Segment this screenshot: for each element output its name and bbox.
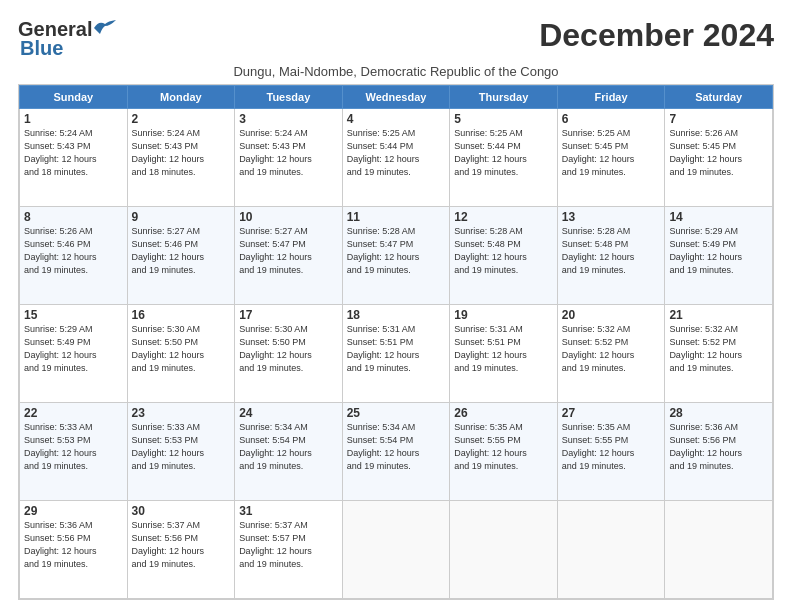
day-info-line: Sunrise: 5:26 AM [669, 127, 768, 140]
day-info: Sunrise: 5:34 AMSunset: 5:54 PMDaylight:… [239, 421, 338, 473]
day-info-line: Sunrise: 5:30 AM [239, 323, 338, 336]
table-row: 31Sunrise: 5:37 AMSunset: 5:57 PMDayligh… [235, 501, 343, 599]
title-block: December 2024 [539, 18, 774, 53]
day-info-line: Daylight: 12 hours [562, 447, 661, 460]
day-info: Sunrise: 5:30 AMSunset: 5:50 PMDaylight:… [132, 323, 231, 375]
day-info-line: Daylight: 12 hours [347, 153, 446, 166]
day-info-line: Sunrise: 5:29 AM [669, 225, 768, 238]
day-info-line: Daylight: 12 hours [132, 447, 231, 460]
col-monday: Monday [127, 86, 235, 109]
day-info: Sunrise: 5:30 AMSunset: 5:50 PMDaylight:… [239, 323, 338, 375]
table-row: 4Sunrise: 5:25 AMSunset: 5:44 PMDaylight… [342, 109, 450, 207]
day-info-line: and 19 minutes. [562, 166, 661, 179]
col-saturday: Saturday [665, 86, 773, 109]
day-number: 14 [669, 210, 768, 224]
day-number: 13 [562, 210, 661, 224]
day-info: Sunrise: 5:24 AMSunset: 5:43 PMDaylight:… [239, 127, 338, 179]
day-info-line: and 19 minutes. [347, 166, 446, 179]
table-row: 23Sunrise: 5:33 AMSunset: 5:53 PMDayligh… [127, 403, 235, 501]
day-number: 3 [239, 112, 338, 126]
table-row: 27Sunrise: 5:35 AMSunset: 5:55 PMDayligh… [557, 403, 665, 501]
day-info-line: and 19 minutes. [24, 460, 123, 473]
day-info-line: Sunrise: 5:35 AM [454, 421, 553, 434]
logo-bird-icon [94, 20, 116, 36]
day-info-line: and 19 minutes. [239, 558, 338, 571]
day-info-line: Sunset: 5:47 PM [239, 238, 338, 251]
day-info-line: Daylight: 12 hours [562, 349, 661, 362]
day-info: Sunrise: 5:24 AMSunset: 5:43 PMDaylight:… [132, 127, 231, 179]
day-info-line: Daylight: 12 hours [24, 447, 123, 460]
day-info: Sunrise: 5:27 AMSunset: 5:46 PMDaylight:… [132, 225, 231, 277]
day-info-line: Daylight: 12 hours [454, 447, 553, 460]
col-wednesday: Wednesday [342, 86, 450, 109]
day-info-line: and 19 minutes. [239, 166, 338, 179]
day-number: 7 [669, 112, 768, 126]
table-row: 5Sunrise: 5:25 AMSunset: 5:44 PMDaylight… [450, 109, 558, 207]
col-friday: Friday [557, 86, 665, 109]
table-row: 20Sunrise: 5:32 AMSunset: 5:52 PMDayligh… [557, 305, 665, 403]
day-info-line: and 19 minutes. [239, 362, 338, 375]
day-info-line: and 19 minutes. [132, 264, 231, 277]
day-info-line: Daylight: 12 hours [24, 153, 123, 166]
day-info-line: and 19 minutes. [454, 166, 553, 179]
table-row: 15Sunrise: 5:29 AMSunset: 5:49 PMDayligh… [20, 305, 128, 403]
day-info-line: Sunset: 5:53 PM [24, 434, 123, 447]
table-row: 3Sunrise: 5:24 AMSunset: 5:43 PMDaylight… [235, 109, 343, 207]
month-title: December 2024 [539, 18, 774, 53]
day-info-line: Sunset: 5:49 PM [24, 336, 123, 349]
day-info-line: and 19 minutes. [24, 558, 123, 571]
day-info: Sunrise: 5:28 AMSunset: 5:48 PMDaylight:… [562, 225, 661, 277]
day-info-line: and 19 minutes. [669, 460, 768, 473]
day-number: 12 [454, 210, 553, 224]
table-row: 14Sunrise: 5:29 AMSunset: 5:49 PMDayligh… [665, 207, 773, 305]
day-info-line: Sunrise: 5:28 AM [454, 225, 553, 238]
page: General Blue December 2024 Dungu, Mai-Nd… [0, 0, 792, 612]
day-info-line: Sunset: 5:48 PM [562, 238, 661, 251]
day-info: Sunrise: 5:29 AMSunset: 5:49 PMDaylight:… [669, 225, 768, 277]
day-number: 17 [239, 308, 338, 322]
day-info-line: Sunrise: 5:25 AM [562, 127, 661, 140]
day-info-line: Daylight: 12 hours [669, 447, 768, 460]
day-number: 19 [454, 308, 553, 322]
day-info: Sunrise: 5:33 AMSunset: 5:53 PMDaylight:… [24, 421, 123, 473]
day-number: 25 [347, 406, 446, 420]
day-info-line: Sunset: 5:56 PM [132, 532, 231, 545]
day-info-line: Sunrise: 5:28 AM [347, 225, 446, 238]
day-info: Sunrise: 5:37 AMSunset: 5:57 PMDaylight:… [239, 519, 338, 571]
day-number: 24 [239, 406, 338, 420]
day-number: 16 [132, 308, 231, 322]
day-info-line: Sunset: 5:46 PM [24, 238, 123, 251]
day-info-line: Sunset: 5:43 PM [24, 140, 123, 153]
day-info-line: Daylight: 12 hours [24, 349, 123, 362]
day-info-line: Sunrise: 5:36 AM [669, 421, 768, 434]
day-number: 8 [24, 210, 123, 224]
day-number: 21 [669, 308, 768, 322]
day-info-line: and 19 minutes. [24, 362, 123, 375]
day-info-line: Sunset: 5:54 PM [239, 434, 338, 447]
table-row: 25Sunrise: 5:34 AMSunset: 5:54 PMDayligh… [342, 403, 450, 501]
day-info-line: and 19 minutes. [669, 166, 768, 179]
day-info: Sunrise: 5:27 AMSunset: 5:47 PMDaylight:… [239, 225, 338, 277]
day-info-line: and 19 minutes. [347, 362, 446, 375]
day-info-line: and 19 minutes. [454, 460, 553, 473]
day-number: 23 [132, 406, 231, 420]
day-info-line: and 19 minutes. [454, 362, 553, 375]
day-info-line: and 19 minutes. [132, 558, 231, 571]
day-number: 29 [24, 504, 123, 518]
day-info-line: Sunset: 5:55 PM [562, 434, 661, 447]
day-number: 18 [347, 308, 446, 322]
day-info-line: Sunset: 5:43 PM [132, 140, 231, 153]
day-info-line: Sunrise: 5:37 AM [239, 519, 338, 532]
day-info-line: Daylight: 12 hours [669, 251, 768, 264]
day-info: Sunrise: 5:31 AMSunset: 5:51 PMDaylight:… [347, 323, 446, 375]
day-info-line: Sunset: 5:51 PM [347, 336, 446, 349]
day-info-line: Sunrise: 5:31 AM [347, 323, 446, 336]
day-info: Sunrise: 5:24 AMSunset: 5:43 PMDaylight:… [24, 127, 123, 179]
day-info-line: and 19 minutes. [454, 264, 553, 277]
day-info-line: Daylight: 12 hours [347, 251, 446, 264]
table-row: 7Sunrise: 5:26 AMSunset: 5:45 PMDaylight… [665, 109, 773, 207]
day-info-line: Daylight: 12 hours [239, 545, 338, 558]
day-info: Sunrise: 5:31 AMSunset: 5:51 PMDaylight:… [454, 323, 553, 375]
day-info-line: Daylight: 12 hours [132, 545, 231, 558]
day-info: Sunrise: 5:28 AMSunset: 5:48 PMDaylight:… [454, 225, 553, 277]
